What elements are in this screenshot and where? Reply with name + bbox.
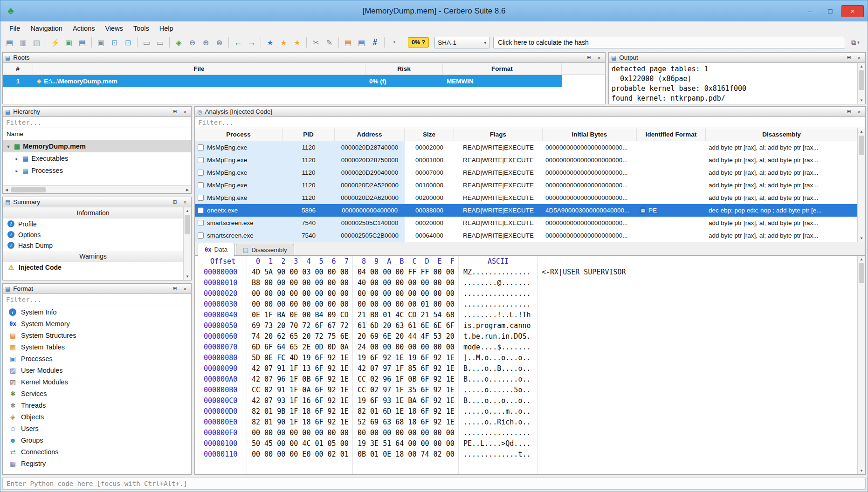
edit-icon[interactable]: ✎ xyxy=(323,36,336,48)
hex-view-icon[interactable]: ⊡ xyxy=(108,36,121,48)
row-checkbox[interactable] xyxy=(198,207,204,213)
analysis-table-row[interactable]: MsMpEng.exe 1120 0000020D29040000 000070… xyxy=(195,166,857,179)
roots-col-format[interactable]: Format xyxy=(443,63,562,75)
expander-icon[interactable]: ▸ xyxy=(14,156,20,161)
zoom-reset-icon[interactable]: ⊗ xyxy=(213,36,226,48)
analysis-table-scrollbar[interactable]: ▲ ▼ xyxy=(857,128,865,242)
hex-ascii[interactable]: .....o....m..o.. xyxy=(463,406,533,417)
media-view-icon[interactable]: ⊡ xyxy=(122,36,134,48)
roots-panel-header[interactable]: ▤ Roots ⊞ × xyxy=(3,53,605,63)
format-list-item[interactable]: 0x System Memory xyxy=(3,318,191,329)
format-list-item[interactable]: ▦ System Tables xyxy=(3,341,191,353)
roots-col-num[interactable]: # xyxy=(3,63,33,75)
history-icon[interactable]: ◔ xyxy=(387,36,400,48)
format-list-item[interactable]: i System Info xyxy=(3,306,191,318)
hierarchy-panel-header[interactable]: ▤ Hierarchy ⊞ × xyxy=(3,107,191,117)
panel-float-icon[interactable]: ⊞ xyxy=(845,54,853,62)
hex-ascii[interactable]: ........!..L.!Th xyxy=(463,310,533,321)
hex-bytes[interactable]: 74 20 62 65 20 72 75 6E xyxy=(252,331,348,342)
summary-scrollbar[interactable]: ▲ ▼ xyxy=(183,207,191,280)
panel-close-icon[interactable]: × xyxy=(181,108,189,116)
hex-bytes[interactable]: 0B 01 0E 18 00 74 02 00 xyxy=(358,449,454,460)
zoom-out-icon[interactable]: ⊖ xyxy=(186,36,199,48)
hex-ascii[interactable]: .............t.. xyxy=(463,449,533,460)
summary-warning-item[interactable]: ⚠ Injected Code xyxy=(3,262,183,273)
format-filter-input[interactable]: Filter... xyxy=(3,294,191,305)
hex-bytes[interactable]: 19 6F 92 1E 19 6F 92 1E xyxy=(358,353,454,363)
col-size[interactable]: Size xyxy=(405,128,454,141)
hex-bytes[interactable]: 42 07 93 1F 16 6F 92 1E xyxy=(252,396,348,406)
tables-icon[interactable]: ▤ xyxy=(355,36,368,48)
format-list-item[interactable]: ▣ Processes xyxy=(3,353,191,364)
panel-close-icon[interactable]: × xyxy=(181,285,189,293)
panel-close-icon[interactable]: × xyxy=(595,54,603,62)
hex-bytes[interactable]: 0E 1F BA 0E 00 B4 09 CD xyxy=(252,310,348,321)
hex-bytes[interactable]: 4D 5A 90 00 03 00 00 00 xyxy=(252,267,348,278)
copy-hash-button[interactable]: ⧉ ▾ xyxy=(846,36,865,48)
tree-item-executables[interactable]: ▸ ▦ Executables xyxy=(3,152,191,164)
bookmark-gold-icon[interactable]: ★ xyxy=(277,36,290,48)
scroll-down-icon[interactable]: ▼ xyxy=(858,235,865,242)
analysis-table-row[interactable]: MsMpEng.exe 1120 0000020D2A620000 002000… xyxy=(195,191,857,204)
hex-ascii[interactable]: .....o..Rich.o.. xyxy=(463,417,533,428)
close-button[interactable]: × xyxy=(841,5,864,17)
hierarchy-filter-input[interactable]: Filter... xyxy=(3,117,191,128)
shape-tool-2-icon[interactable]: ▭ xyxy=(154,36,166,48)
hex-bytes[interactable]: 61 6D 20 63 61 6E 6E 6F xyxy=(358,321,454,331)
format-list-item[interactable]: ☺ Users xyxy=(3,423,191,434)
menu-actions[interactable]: Actions xyxy=(68,23,100,34)
panel-close-icon[interactable]: × xyxy=(855,54,863,62)
hex-bytes[interactable]: 00 00 00 00 00 01 00 00 xyxy=(358,299,454,310)
hex-bytes[interactable]: 50 45 00 00 4C 01 05 00 xyxy=(252,438,348,449)
hex-ascii[interactable]: B....o...o...o.. xyxy=(463,396,533,406)
summary-info-item[interactable]: i Profile xyxy=(3,219,183,229)
hex-bytes[interactable]: 42 07 97 1F 85 6F 92 1E xyxy=(358,363,454,374)
hash-field[interactable]: Click here to calculate the hash xyxy=(493,37,845,48)
hex-bytes[interactable]: 82 01 90 1F 18 6F 92 1E xyxy=(252,417,348,428)
row-checkbox[interactable] xyxy=(198,232,204,239)
hex-bytes[interactable]: 5D 0E FC 4D 19 6F 92 1E xyxy=(252,353,348,363)
format-list-item[interactable]: ◈ Objects xyxy=(3,411,191,423)
output-scrollbar[interactable]: ▲ ▼ xyxy=(857,63,865,104)
panel-close-icon[interactable]: × xyxy=(181,198,189,206)
menu-help[interactable]: Help xyxy=(154,23,179,34)
hex-ascii[interactable]: ................ xyxy=(463,299,533,310)
hex-ascii[interactable]: is.program.canno xyxy=(463,321,533,331)
forward-icon[interactable]: → xyxy=(245,36,258,48)
tree-item-processes[interactable]: ▸ ▦ Processes xyxy=(3,164,191,177)
format-list-item[interactable]: ▨ Kernel Modules xyxy=(3,376,191,388)
hex-bytes[interactable]: 82 01 6D 1E 18 6F 92 1E xyxy=(358,406,454,417)
summary-info-item[interactable]: i Options xyxy=(3,229,183,240)
row-checkbox[interactable] xyxy=(198,182,204,188)
roots-col-risk[interactable]: Risk xyxy=(365,63,443,75)
scrollbar-thumb[interactable] xyxy=(859,136,864,155)
format-list-item[interactable]: ☻ Groups xyxy=(3,434,191,446)
scroll-down-icon[interactable]: ▼ xyxy=(858,97,865,104)
format-list-item[interactable]: ✱ Threads xyxy=(3,399,191,411)
output-panel-header[interactable]: ▤ Output ⊞ × xyxy=(609,53,865,63)
hex-bytes[interactable]: 42 07 96 1F 0B 6F 92 1E xyxy=(252,374,348,385)
col-pid[interactable]: PID xyxy=(282,128,335,141)
row-checkbox[interactable] xyxy=(198,157,204,163)
row-checkbox[interactable] xyxy=(198,170,204,176)
format-list-item[interactable]: ✱ Services xyxy=(3,388,191,399)
analysis-panel-header[interactable]: ◎ Analysis [Injected Code] ⊞ × xyxy=(195,107,865,117)
hex-bytes[interactable]: 04 00 00 00 FF FF 00 00 xyxy=(358,267,454,278)
scroll-left-icon[interactable]: ◀ xyxy=(3,186,10,193)
zoom-in-icon[interactable]: ⊕ xyxy=(200,36,212,48)
scan-icon[interactable]: ⚡ xyxy=(49,36,62,48)
roots-table-row[interactable]: 1 ◆ E:\...\MemoryDump.mem 0% (f) MEMWIN xyxy=(3,75,605,87)
hash-algorithm-select[interactable]: SHA-1 ▾ xyxy=(434,37,489,48)
report-icon[interactable]: ▥ xyxy=(17,36,29,48)
hex-bytes[interactable]: B8 00 00 00 00 00 00 00 xyxy=(252,278,348,288)
hex-ascii[interactable]: B....o..B....o.. xyxy=(463,363,533,374)
hex-ascii[interactable]: t.be.run.in.DOS. xyxy=(463,331,533,342)
row-checkbox[interactable] xyxy=(198,220,204,226)
expander-icon[interactable]: ▸ xyxy=(14,168,20,173)
hex-bytes[interactable]: 6D 6F 64 65 2E 0D 0D 0A xyxy=(252,342,348,353)
format-list-item[interactable]: ▤ System Structures xyxy=(3,329,191,341)
col-flags[interactable]: Flags xyxy=(454,128,543,141)
col-initial-bytes[interactable]: Initial Bytes xyxy=(543,128,637,141)
panel-close-icon[interactable]: × xyxy=(855,108,863,116)
hex-bytes[interactable]: 20 69 6E 20 44 4F 53 20 xyxy=(358,331,454,342)
